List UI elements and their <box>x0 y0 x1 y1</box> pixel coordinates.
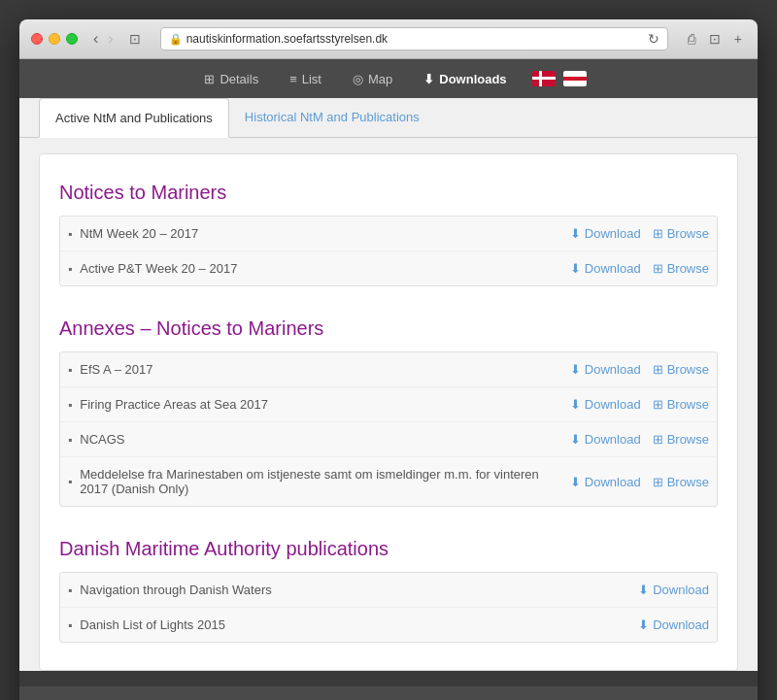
download-icon: ⬇ <box>570 397 581 412</box>
download-icon: ⬇ <box>638 583 649 597</box>
browse-link[interactable]: ⊞ Browse <box>653 397 709 412</box>
browse-icon: ⊞ <box>653 432 663 447</box>
download-link[interactable]: ⬇ Download <box>570 362 641 377</box>
download-label: Download <box>585 226 641 241</box>
download-link[interactable]: ⬇ Download <box>570 261 641 276</box>
list-item: ▪ Active P&T Week 20 – 2017 ⬇ Download ⊞… <box>60 250 717 285</box>
view-toggle-button[interactable]: ⊡ <box>125 31 145 47</box>
details-icon: ⊞ <box>204 72 215 86</box>
browse-icon: ⊞ <box>653 226 663 241</box>
maximize-button[interactable] <box>66 33 78 45</box>
section-annexes: Annexes – Notices to Mariners ▪ EfS A – … <box>59 317 718 507</box>
list-icon: ≡ <box>289 72 297 86</box>
item-label: Meddelelse fra Marinestaben om istjenest… <box>80 467 570 496</box>
nav-downloads-label: Downloads <box>439 72 506 86</box>
browse-icon: ⊞ <box>653 261 663 276</box>
item-label: Active P&T Week 20 – 2017 <box>80 261 570 276</box>
traffic-lights <box>31 33 78 45</box>
uk-flag[interactable] <box>563 71 587 86</box>
item-actions: ⬇ Download ⊞ Browse <box>570 397 709 412</box>
section-notices-title: Notices to Mariners <box>59 182 718 204</box>
list-item: ▪ Meddelelse fra Marinestaben om istjene… <box>60 456 717 506</box>
nav-map[interactable]: ◎ Map <box>339 64 406 94</box>
download-link[interactable]: ⬇ Download <box>570 432 641 447</box>
reload-button[interactable]: ↻ <box>648 31 659 47</box>
item-actions: ⬇ Download ⊞ Browse <box>570 226 709 241</box>
browser-titlebar: ‹ › ⊡ 🔒 ↻ ⎙ ⊡ + <box>19 19 758 59</box>
download-icon: ⬇ <box>570 261 581 276</box>
section-notices: Notices to Mariners ▪ NtM Week 20 – 2017… <box>59 182 718 286</box>
nav-downloads[interactable]: ⬇ Downloads <box>410 64 520 94</box>
browser-footer: © 2017 Danish Maritime Authority ♛ Danis… <box>19 686 758 700</box>
nav-map-label: Map <box>368 72 392 86</box>
item-icon: ▪ <box>68 433 72 447</box>
nav-list-label: List <box>302 72 321 86</box>
item-icon: ▪ <box>68 583 72 597</box>
section-annexes-title: Annexes – Notices to Mariners <box>59 317 718 340</box>
browse-link[interactable]: ⊞ Browse <box>653 261 709 276</box>
tab-active[interactable]: Active NtM and Publications <box>39 98 229 138</box>
download-nav-icon: ⬇ <box>423 72 434 86</box>
tab-historical[interactable]: Historical NtM and Publications <box>229 98 435 138</box>
browse-icon: ⊞ <box>653 362 663 377</box>
download-icon: ⬇ <box>570 432 581 447</box>
browse-label: Browse <box>667 475 709 489</box>
browse-link[interactable]: ⊞ Browse <box>653 226 709 241</box>
list-item: ▪ EfS A – 2017 ⬇ Download ⊞ Browse <box>60 352 717 386</box>
item-icon: ▪ <box>68 618 72 632</box>
download-link[interactable]: ⬇ Download <box>570 226 641 241</box>
nav-details-label: Details <box>220 72 258 86</box>
tab-active-label: Active NtM and Publications <box>55 111 213 125</box>
browser-content: Active NtM and Publications Historical N… <box>19 98 758 671</box>
map-icon: ◎ <box>353 72 363 86</box>
annexes-items-group: ▪ EfS A – 2017 ⬇ Download ⊞ Browse <box>59 351 718 507</box>
url-bar-container: 🔒 ↻ <box>160 27 668 50</box>
new-tab-button[interactable]: ⊡ <box>705 31 725 47</box>
download-icon: ⬇ <box>570 475 581 489</box>
list-item: ▪ Danish List of Lights 2015 ⬇ Download <box>60 607 717 642</box>
item-icon: ▪ <box>68 398 72 412</box>
download-label: Download <box>585 362 641 377</box>
flag-group <box>532 71 587 86</box>
browse-link[interactable]: ⊞ Browse <box>653 362 709 377</box>
item-label: Danish List of Lights 2015 <box>80 617 638 632</box>
close-button[interactable] <box>31 33 43 45</box>
main-card: Notices to Mariners ▪ NtM Week 20 – 2017… <box>39 153 738 671</box>
download-link[interactable]: ⬇ Download <box>638 617 709 632</box>
url-input[interactable] <box>186 32 648 46</box>
browse-label: Browse <box>667 362 709 377</box>
item-label: NtM Week 20 – 2017 <box>80 226 570 241</box>
list-item: ▪ NtM Week 20 – 2017 ⬇ Download ⊞ Browse <box>60 217 717 250</box>
download-link[interactable]: ⬇ Download <box>638 583 709 597</box>
item-actions: ⬇ Download ⊞ Browse <box>570 475 709 489</box>
item-label: NCAGS <box>80 432 570 447</box>
item-label: EfS A – 2017 <box>80 362 570 377</box>
danish-flag[interactable] <box>532 71 556 86</box>
item-actions: ⬇ Download ⊞ Browse <box>570 261 709 276</box>
nav-details[interactable]: ⊞ Details <box>190 64 272 94</box>
download-label: Download <box>585 432 641 447</box>
browse-link[interactable]: ⊞ Browse <box>653 432 709 447</box>
download-link[interactable]: ⬇ Download <box>570 397 641 412</box>
minimize-button[interactable] <box>49 33 60 45</box>
browse-label: Browse <box>667 432 709 447</box>
item-icon: ▪ <box>68 475 72 488</box>
back-button[interactable]: ‹ <box>89 31 102 47</box>
item-label: Navigation through Danish Waters <box>80 583 638 597</box>
share-button[interactable]: ⎙ <box>684 31 699 47</box>
download-icon: ⬇ <box>570 226 581 241</box>
download-icon: ⬇ <box>638 617 649 632</box>
nav-list[interactable]: ≡ List <box>276 64 335 94</box>
forward-button[interactable]: › <box>104 31 117 47</box>
notices-items-group: ▪ NtM Week 20 – 2017 ⬇ Download ⊞ Browse <box>59 216 718 286</box>
item-actions: ⬇ Download ⊞ Browse <box>570 432 709 447</box>
nav-bar: ⊞ Details ≡ List ◎ Map ⬇ Downloads <box>19 59 758 98</box>
download-link[interactable]: ⬇ Download <box>570 475 641 489</box>
tab-historical-label: Historical NtM and Publications <box>245 110 420 124</box>
add-button[interactable]: + <box>730 31 746 47</box>
download-label: Download <box>653 583 709 597</box>
download-label: Download <box>653 617 709 632</box>
item-actions: ⬇ Download <box>638 583 709 597</box>
browse-link[interactable]: ⊞ Browse <box>653 475 709 489</box>
tabs-bar: Active NtM and Publications Historical N… <box>19 98 758 138</box>
